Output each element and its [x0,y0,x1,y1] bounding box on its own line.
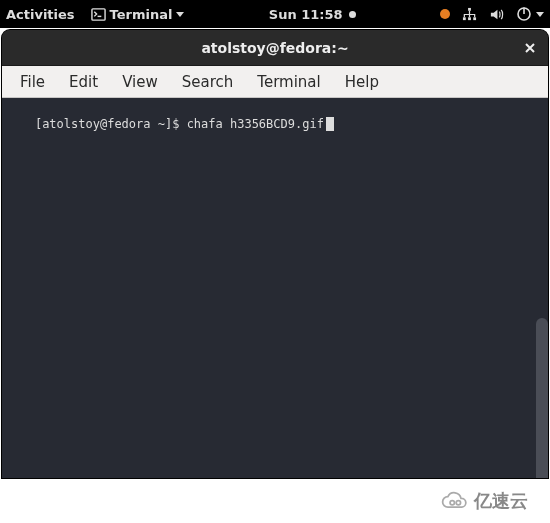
topbar-left: Activities Terminal [6,7,184,22]
active-app-indicator[interactable]: Terminal [91,7,185,22]
terminal-viewport[interactable]: [atolstoy@fedora ~]$ chafa h3356BCD9.gif [2,98,548,478]
network-icon[interactable] [462,7,477,22]
svg-rect-5 [473,17,476,20]
window-title: atolstoy@fedora:~ [201,40,348,56]
svg-rect-0 [92,8,105,19]
terminal-window: atolstoy@fedora:~ File Edit View Search … [2,30,548,478]
svg-rect-2 [468,7,471,10]
close-button[interactable] [516,34,544,62]
system-menu-button[interactable] [516,6,544,22]
clock-button[interactable]: Sun 11:58 [269,7,356,22]
activities-button[interactable]: Activities [6,7,75,22]
status-dot-icon [440,9,450,19]
gnome-topbar: Activities Terminal Sun 11:58 [0,0,550,28]
menu-edit[interactable]: Edit [57,69,110,95]
terminal-command: chafa h3356BCD9.gif [187,117,324,131]
window-titlebar[interactable]: atolstoy@fedora:~ [2,30,548,66]
watermark: 亿速云 [418,479,550,523]
menubar: File Edit View Search Terminal Help [2,66,548,98]
menu-search[interactable]: Search [170,69,246,95]
svg-rect-4 [468,17,471,20]
close-icon [524,42,536,54]
watermark-text: 亿速云 [474,489,528,513]
svg-rect-3 [463,17,466,20]
menu-help[interactable]: Help [333,69,391,95]
menu-terminal[interactable]: Terminal [245,69,332,95]
cloud-icon [440,491,468,511]
activities-label: Activities [6,7,75,22]
terminal-app-icon [91,7,106,22]
svg-point-9 [456,501,460,505]
clock-label: Sun 11:58 [269,7,343,22]
volume-icon[interactable] [489,7,504,22]
menu-view[interactable]: View [110,69,170,95]
menu-file[interactable]: File [8,69,57,95]
svg-point-8 [450,501,454,505]
power-icon [516,6,532,22]
active-app-label: Terminal [110,7,173,22]
topbar-right [440,6,544,22]
terminal-cursor [326,117,334,131]
topbar-center: Sun 11:58 [184,7,440,22]
terminal-prompt: [atolstoy@fedora ~]$ [35,117,187,131]
chevron-down-icon [536,12,544,17]
chevron-down-icon [176,12,184,17]
vertical-scrollbar[interactable] [536,318,548,478]
notification-dot-icon [349,11,356,18]
